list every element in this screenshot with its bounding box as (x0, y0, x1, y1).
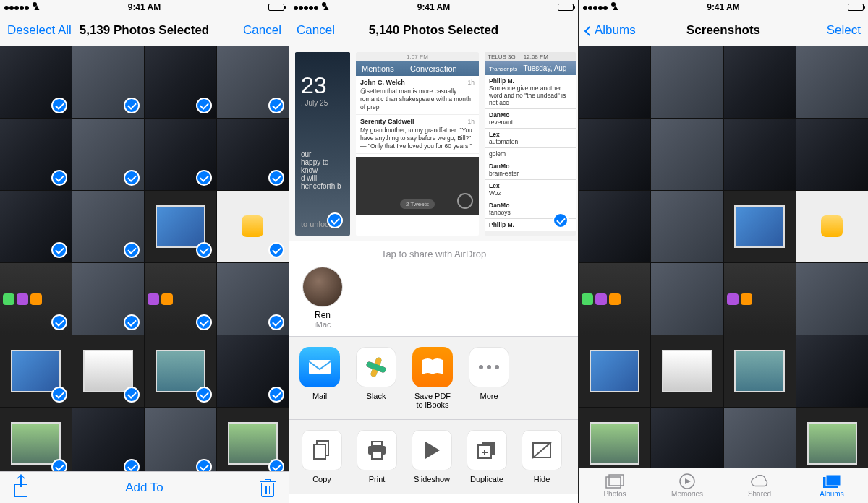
photo-thumb[interactable] (145, 408, 216, 471)
check-icon (196, 242, 212, 258)
mail-icon (299, 347, 340, 387)
tab-albums[interactable]: Albums (796, 468, 868, 503)
check-icon (268, 98, 284, 113)
photo-thumb[interactable] (579, 263, 650, 335)
check-icon (124, 314, 140, 330)
tab-memories[interactable]: Memories (651, 468, 723, 503)
photo-thumb[interactable] (651, 191, 723, 262)
photo-thumb[interactable] (724, 263, 796, 335)
share-preview-row[interactable]: 23 , July 25 our happy to know d will he… (289, 46, 578, 241)
tab-shared[interactable]: Shared (723, 468, 796, 503)
photo-thumb[interactable] (72, 191, 144, 262)
back-button[interactable]: Albums (586, 23, 636, 38)
hide-icon (522, 430, 562, 470)
share-preview-thumb[interactable]: 23 , July 25 our happy to know d will he… (295, 52, 350, 236)
share-preview-thumb[interactable]: 1:07 PM MentionsConversation John C. Wel… (356, 52, 479, 236)
photo-thumb[interactable] (72, 335, 144, 407)
signal-dots-icon: ▲ (4, 2, 38, 12)
photo-thumb[interactable] (651, 46, 723, 118)
photo-thumb[interactable] (145, 46, 216, 118)
photo-thumb[interactable] (724, 46, 796, 118)
share-app-mail[interactable]: Mail (298, 347, 341, 409)
check-icon (268, 170, 284, 186)
photo-thumb[interactable] (145, 191, 216, 262)
photo-thumb[interactable] (217, 408, 289, 471)
cancel-button[interactable]: Cancel (297, 23, 340, 38)
photo-thumb[interactable] (796, 335, 868, 407)
photo-thumb[interactable] (217, 335, 289, 407)
photo-thumb[interactable] (579, 119, 650, 190)
photo-thumb[interactable] (651, 263, 723, 335)
check-icon (51, 170, 67, 186)
photo-thumb[interactable] (145, 335, 216, 407)
photo-thumb[interactable] (0, 408, 72, 471)
action-copy[interactable]: Copy (298, 430, 346, 483)
photo-grid[interactable] (0, 46, 289, 471)
check-icon (268, 314, 284, 330)
photo-thumb[interactable] (651, 408, 723, 468)
signal-dots-icon: ▲ (294, 2, 327, 12)
photo-thumb[interactable] (217, 119, 289, 190)
photo-thumb[interactable] (72, 263, 144, 335)
share-app-ibooks[interactable]: Save PDF to iBooks (411, 347, 454, 409)
photo-thumb[interactable] (72, 46, 144, 118)
svg-rect-9 (314, 444, 326, 459)
photo-thumb[interactable] (796, 119, 868, 190)
cloud-icon (750, 473, 769, 489)
cancel-button[interactable]: Cancel (238, 23, 281, 38)
photo-thumb[interactable] (579, 408, 650, 468)
photo-thumb[interactable] (796, 46, 868, 118)
check-icon (51, 387, 67, 403)
share-app-slack[interactable]: Slack (354, 347, 398, 409)
deselect-all-button[interactable]: Deselect All (7, 23, 72, 38)
check-icon (196, 314, 212, 330)
photo-thumb[interactable] (579, 335, 650, 407)
photo-thumb[interactable] (145, 263, 216, 335)
photo-thumb[interactable] (217, 46, 289, 118)
photo-thumb[interactable] (0, 335, 72, 407)
check-icon (553, 212, 569, 228)
select-button[interactable]: Select (817, 23, 861, 38)
trash-icon[interactable] (260, 478, 276, 497)
photo-thumb[interactable] (724, 119, 796, 190)
photo-thumb[interactable] (0, 46, 72, 118)
photo-thumb[interactable] (72, 408, 144, 471)
svg-point-7 (495, 365, 499, 369)
share-app-more[interactable]: More (467, 347, 511, 409)
add-to-button[interactable]: Add To (29, 481, 260, 495)
photo-grid[interactable] (579, 46, 868, 468)
status-bar: ▲ 9:41 AM (0, 0, 289, 14)
photo-thumb[interactable] (724, 191, 796, 262)
action-duplicate[interactable]: Duplicate (463, 430, 511, 483)
photo-thumb[interactable] (0, 263, 72, 335)
action-hide[interactable]: Hide (518, 430, 566, 483)
status-bar: ▲ 9:41 AM (579, 0, 868, 14)
airdrop-contact[interactable]: Ren iMac (298, 267, 347, 329)
photo-thumb[interactable] (0, 119, 72, 190)
photo-thumb[interactable] (651, 119, 723, 190)
photo-thumb[interactable] (724, 408, 796, 468)
photo-thumb[interactable] (217, 263, 289, 335)
tab-photos[interactable]: Photos (579, 468, 651, 503)
photo-thumb[interactable] (796, 408, 868, 468)
photo-thumb[interactable] (579, 191, 650, 262)
photo-thumb[interactable] (579, 46, 650, 118)
photo-thumb[interactable] (651, 335, 723, 407)
photo-thumb[interactable] (0, 191, 72, 262)
photo-thumb[interactable] (217, 191, 289, 262)
photo-thumb[interactable] (724, 335, 796, 407)
slack-icon (356, 347, 396, 387)
photo-thumb[interactable] (796, 191, 868, 262)
action-print[interactable]: Print (353, 430, 401, 483)
share-actions-row: Copy Print Slideshow Duplicate Hide (289, 419, 578, 494)
check-icon (51, 98, 67, 113)
bottom-toolbar: Add To (0, 471, 289, 503)
photo-thumb[interactable] (145, 119, 216, 190)
photo-thumb[interactable] (72, 119, 144, 190)
share-icon[interactable] (13, 478, 29, 497)
airdrop-hint: Tap to share with AirDrop (298, 249, 569, 259)
nav-bar: Deselect All 5,139 Photos Selected Cance… (0, 14, 289, 46)
photo-thumb[interactable] (796, 263, 868, 335)
share-preview-thumb[interactable]: TELUS 3G 12:08 PM Transcripts Tuesday, A… (485, 52, 576, 236)
action-slideshow[interactable]: Slideshow (408, 430, 456, 483)
